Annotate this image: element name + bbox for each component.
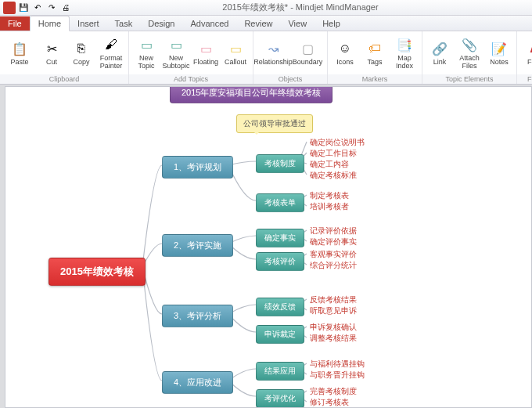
font-icon: A bbox=[526, 40, 532, 57]
leaf[interactable]: 修订考核表 bbox=[307, 396, 352, 408]
doc-title-node[interactable]: 2015年度安福项目公司年终绩效考核 bbox=[170, 86, 332, 103]
notes-button[interactable]: 📝Notes bbox=[485, 33, 513, 74]
leaf[interactable]: 与职务晋升挂钩 bbox=[307, 369, 368, 381]
tags-icon: 🏷 bbox=[366, 40, 383, 57]
boundary-icon: ▢ bbox=[299, 40, 316, 57]
brush-icon: 🖌 bbox=[102, 36, 120, 53]
cut-icon: ✂ bbox=[43, 40, 60, 57]
index-icon: 📑 bbox=[396, 36, 413, 53]
undo-icon[interactable]: ↶ bbox=[31, 2, 44, 14]
group-clipboard: 📋Paste ✂Cut ⎘Copy 🖌Format Painter Clipbo… bbox=[0, 31, 129, 84]
ribbon-tabs: File Home Insert Task Design Advanced Re… bbox=[0, 16, 532, 31]
attach-icon: 📎 bbox=[461, 36, 478, 53]
group-markers: ☺Icons 🏷Tags 📑Map Index Markers bbox=[328, 31, 422, 84]
group-label: Clipboard bbox=[0, 74, 128, 84]
group-font: AFont Font bbox=[517, 31, 532, 84]
topic-icon: ▭ bbox=[138, 36, 155, 53]
callout-icon: ▭ bbox=[227, 40, 244, 57]
document-title: 2015年绩效考核* - Mindjet MindManager bbox=[72, 2, 529, 13]
group-topic-elements: 🔗Link 📎Attach Files 📝Notes Topic Element… bbox=[422, 31, 517, 84]
tab-review[interactable]: Review bbox=[236, 16, 280, 31]
leaf[interactable]: 听取意见申诉 bbox=[307, 305, 360, 317]
leaf[interactable]: 确定考核标准 bbox=[307, 169, 360, 182]
icons-button[interactable]: ☺Icons bbox=[331, 33, 359, 74]
sub-2-2[interactable]: 考核评价 bbox=[256, 252, 304, 271]
group-label: Add Topics bbox=[129, 74, 253, 84]
new-subtopic-button[interactable]: ▭New Subtopic bbox=[162, 33, 190, 74]
tab-file[interactable]: File bbox=[0, 16, 30, 31]
branch-4[interactable]: 4、应用改进 bbox=[162, 371, 233, 394]
leaf[interactable]: 培训考核者 bbox=[307, 200, 352, 213]
branch-2[interactable]: 2、考评实施 bbox=[162, 234, 233, 257]
branch-3[interactable]: 3、考评分析 bbox=[162, 305, 233, 327]
sub-4-1[interactable]: 结果应用 bbox=[256, 362, 304, 381]
tab-insert[interactable]: Insert bbox=[70, 16, 107, 31]
quick-access-toolbar: 💾 ↶ ↷ 🖨 bbox=[3, 2, 72, 14]
group-label: Markers bbox=[328, 74, 422, 84]
floating-button[interactable]: ▭Floating bbox=[192, 33, 220, 74]
tab-view[interactable]: View bbox=[280, 16, 315, 31]
format-painter-button[interactable]: 🖌Format Painter bbox=[97, 33, 125, 74]
branch-1[interactable]: 1、考评规划 bbox=[162, 156, 233, 179]
cut-button[interactable]: ✂Cut bbox=[38, 33, 66, 74]
sub-3-2[interactable]: 申诉裁定 bbox=[256, 325, 304, 344]
attach-button[interactable]: 📎Attach Files bbox=[455, 33, 483, 74]
ribbon: 📋Paste ✂Cut ⎘Copy 🖌Format Painter Clipbo… bbox=[0, 31, 532, 85]
leaf[interactable]: 综合评分统计 bbox=[307, 259, 360, 272]
group-add-topics: ▭New Topic ▭New Subtopic ▭Floating ▭Call… bbox=[129, 31, 253, 84]
map-index-button[interactable]: 📑Map Index bbox=[390, 33, 419, 74]
group-label: Font bbox=[517, 74, 532, 84]
callout-node[interactable]: 公司领导审批通过 bbox=[236, 114, 313, 133]
relationship-icon: ↝ bbox=[264, 40, 282, 57]
save-icon[interactable]: 💾 bbox=[17, 2, 30, 14]
mindmap: 2015年度安福项目公司年终绩效考核 2015年绩效考核 公司领导审批通过 1、… bbox=[5, 87, 531, 407]
redo-icon[interactable]: ↷ bbox=[45, 2, 58, 14]
leaf[interactable]: 确定评价事实 bbox=[307, 236, 360, 248]
sub-2-1[interactable]: 确定事实 bbox=[256, 229, 304, 247]
print-icon[interactable]: 🖨 bbox=[59, 2, 72, 14]
sub-4-2[interactable]: 考评优化 bbox=[256, 389, 304, 408]
tags-button[interactable]: 🏷Tags bbox=[361, 33, 389, 74]
map-canvas[interactable]: 2015年度安福项目公司年终绩效考核 2015年绩效考核 公司领导审批通过 1、… bbox=[5, 86, 532, 408]
group-objects: ↝Relationship ▢Boundary Objects bbox=[253, 31, 328, 84]
copy-button[interactable]: ⎘Copy bbox=[67, 33, 95, 74]
title-bar: 💾 ↶ ↷ 🖨 2015年绩效考核* - Mindjet MindManager bbox=[0, 0, 532, 16]
boundary-button[interactable]: ▢Boundary bbox=[291, 33, 324, 74]
tab-home[interactable]: Home bbox=[30, 16, 70, 31]
subtopic-icon: ▭ bbox=[167, 36, 185, 53]
sub-1-2[interactable]: 考核表单 bbox=[256, 193, 304, 212]
link-icon: 🔗 bbox=[431, 40, 448, 57]
notes-icon: 📝 bbox=[491, 40, 508, 57]
floating-icon: ▭ bbox=[197, 40, 214, 57]
new-topic-button[interactable]: ▭New Topic bbox=[132, 33, 160, 74]
icons-icon: ☺ bbox=[336, 40, 354, 57]
sub-1-1[interactable]: 考核制度 bbox=[256, 154, 304, 173]
sub-3-1[interactable]: 绩效反馈 bbox=[256, 298, 304, 316]
tab-advanced[interactable]: Advanced bbox=[182, 16, 236, 31]
app-logo-icon bbox=[3, 2, 16, 14]
tab-task[interactable]: Task bbox=[107, 16, 141, 31]
group-label: Topic Elements bbox=[422, 74, 516, 84]
paste-icon: 📋 bbox=[11, 40, 28, 57]
root-node[interactable]: 2015年绩效考核 bbox=[49, 258, 146, 286]
copy-icon: ⎘ bbox=[73, 40, 90, 57]
tab-help[interactable]: Help bbox=[315, 16, 348, 31]
paste-button[interactable]: 📋Paste bbox=[3, 33, 36, 74]
tab-design[interactable]: Design bbox=[140, 16, 182, 31]
callout-button[interactable]: ▭Callout bbox=[221, 33, 250, 74]
relationship-button[interactable]: ↝Relationship bbox=[257, 33, 289, 74]
font-button[interactable]: AFont bbox=[520, 33, 532, 74]
group-label: Objects bbox=[253, 74, 327, 84]
leaf[interactable]: 调整考核结果 bbox=[307, 332, 360, 345]
link-button[interactable]: 🔗Link bbox=[426, 33, 454, 74]
